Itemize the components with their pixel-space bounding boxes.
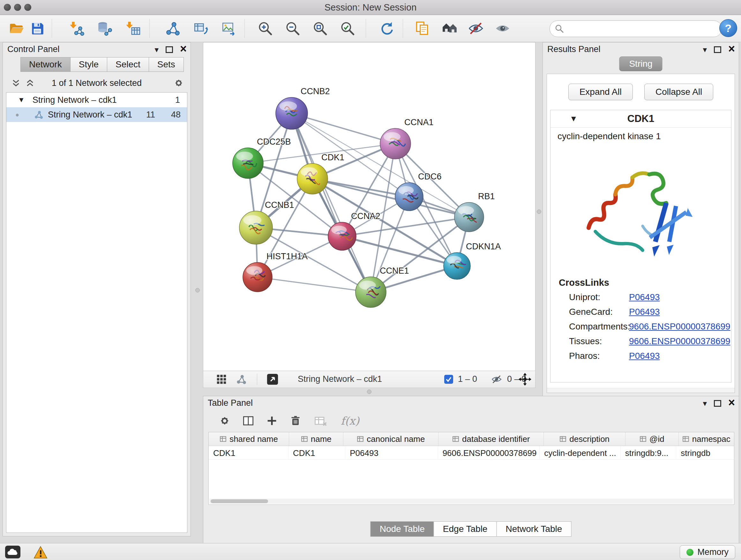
tab-edge-table[interactable]: Edge Table <box>434 521 497 537</box>
scrollbar-thumb[interactable] <box>211 499 268 503</box>
delete-column-button[interactable] <box>287 412 304 429</box>
network-node-CDK1[interactable]: CDK1 <box>297 152 344 194</box>
tab-select[interactable]: Select <box>107 57 149 72</box>
bottom-splitter-handle[interactable] <box>367 389 372 394</box>
tree-disclosure-icon[interactable]: ▼ <box>18 96 25 104</box>
import-network-from-database-button[interactable] <box>95 19 114 38</box>
network-view-mode-button[interactable] <box>236 374 247 385</box>
table-panel-close-icon[interactable]: × <box>728 397 735 408</box>
gene-section-header[interactable]: ▼ CDK1 <box>550 110 731 128</box>
string-home-button[interactable] <box>441 19 459 38</box>
zoom-fit-button[interactable] <box>311 19 329 38</box>
network-view-canvas[interactable]: CCNB2CCNA1CDC25BCDK1CDC6RB1CCNB1CCNA2CDK… <box>203 42 536 371</box>
copy-documents-button[interactable] <box>413 19 431 38</box>
tab-node-table[interactable]: Node Table <box>370 521 434 537</box>
results-panel-close-icon[interactable]: × <box>728 43 735 55</box>
help-button[interactable]: ? <box>719 19 737 37</box>
network-node-CDKN1A[interactable]: CDKN1A <box>444 242 501 279</box>
cell-namespace: stringdb <box>676 446 734 459</box>
save-session-button[interactable] <box>28 19 47 38</box>
network-collection-row[interactable]: ▼ String Network – cdk1 1 <box>6 92 187 107</box>
crosslink-genecard-link[interactable]: P06493 <box>629 307 660 317</box>
results-panel-float-icon[interactable] <box>714 46 721 53</box>
nodes-selected-checkbox[interactable] <box>444 374 454 384</box>
crosslink-uniprot-link[interactable]: P06493 <box>629 292 660 302</box>
hidden-elements-button[interactable] <box>491 374 502 385</box>
warnings-button[interactable] <box>33 546 48 559</box>
column-header-canonical-name[interactable]: canonical name <box>343 432 439 446</box>
zoom-in-button[interactable] <box>256 19 274 38</box>
hide-unhide-button[interactable] <box>467 19 485 38</box>
column-header-description[interactable]: description <box>544 432 625 446</box>
column-header-database-identifier[interactable]: database identifier <box>439 432 544 446</box>
network-node-CCNB2[interactable]: CCNB2 <box>276 86 330 129</box>
network-edge-HIST1H1A-CCNE1[interactable] <box>258 277 371 292</box>
network-options-gear-icon[interactable] <box>173 77 185 89</box>
pan-tool-button[interactable] <box>519 373 531 386</box>
cloud-services-button[interactable] <box>5 546 20 558</box>
column-type-icon <box>682 435 689 442</box>
expand-all-button[interactable]: Expand All <box>568 84 633 100</box>
network-node-RB1[interactable]: RB1 <box>455 192 495 232</box>
import-network-from-file-button[interactable] <box>68 19 86 38</box>
column-header-id[interactable]: @id <box>625 432 678 446</box>
table-row[interactable]: CDK1 CDK1 P06493 9606.ENSP00000378699 cy… <box>209 446 734 460</box>
network-edge-CCNB2-CCNA1[interactable] <box>292 113 395 144</box>
node-label-CDKN1A: CDKN1A <box>466 242 501 251</box>
table-horizontal-scrollbar[interactable] <box>209 499 733 504</box>
left-splitter-handle[interactable] <box>195 288 200 293</box>
crosslink-row: GeneCard: P06493 <box>550 307 731 321</box>
export-image-button[interactable] <box>219 19 238 38</box>
cloud-icon <box>5 546 20 558</box>
collapse-all-button[interactable]: Collapse All <box>644 84 713 100</box>
tab-string[interactable]: String <box>619 57 662 71</box>
control-panel-float-icon[interactable] <box>165 46 173 53</box>
table-panel-menu-caret-icon[interactable]: ▾ <box>703 399 707 408</box>
open-session-button[interactable] <box>7 19 25 38</box>
tab-sets[interactable]: Sets <box>149 57 184 72</box>
crosslink-pharos-link[interactable]: P06493 <box>629 351 660 361</box>
create-column-button[interactable] <box>263 412 280 429</box>
column-header-shared-name[interactable]: shared name <box>209 432 289 446</box>
control-panel-menu-caret-icon[interactable]: ▾ <box>154 46 158 54</box>
network-node-HIST1H1A[interactable]: HIST1H1A <box>243 252 308 292</box>
show-columns-button[interactable] <box>240 412 257 429</box>
crosslink-label: Tissues: <box>569 336 602 347</box>
zoom-selected-button[interactable] <box>338 19 357 38</box>
new-network-button[interactable] <box>163 19 182 38</box>
grid-view-button[interactable] <box>216 374 227 385</box>
show-graphics-button[interactable] <box>493 19 512 38</box>
right-splitter-handle[interactable] <box>537 209 541 214</box>
zoom-out-button[interactable] <box>283 19 302 38</box>
birdseye-view-button[interactable] <box>266 373 279 385</box>
tab-style[interactable]: Style <box>70 57 107 72</box>
results-panel-menu-caret-icon[interactable]: ▾ <box>703 46 707 54</box>
crosslink-compartments-link[interactable]: 9606.ENSP00000378699 <box>629 321 731 332</box>
table-options-button[interactable] <box>216 412 233 429</box>
import-table-from-file-button[interactable] <box>124 19 142 38</box>
table-panel-float-icon[interactable] <box>714 400 721 407</box>
network-edge-CDK1-RB1[interactable] <box>313 179 469 217</box>
network-row-selected[interactable]: ● String Network – cdk1 11 48 <box>6 107 187 122</box>
network-node-CCNB1[interactable]: CCNB1 <box>239 200 294 244</box>
network-node-CCNE1[interactable]: CCNE1 <box>355 266 409 307</box>
tab-network[interactable]: Network <box>20 57 71 72</box>
column-header-namespace[interactable]: namespac <box>679 432 734 446</box>
node-label-CCNA2: CCNA2 <box>351 211 381 221</box>
node-label-RB1: RB1 <box>478 192 495 201</box>
network-edge-CCNB2-CCNE1[interactable] <box>292 113 371 292</box>
crosslink-tissues-link[interactable]: 9606.ENSP00000378699 <box>629 336 731 347</box>
search-input[interactable] <box>567 23 717 34</box>
network-from-table-button[interactable] <box>192 19 210 38</box>
apply-layout-button[interactable] <box>377 19 396 38</box>
network-node-CCNA1[interactable]: CCNA1 <box>380 118 434 159</box>
column-header-name[interactable]: name <box>289 432 343 446</box>
results-panel: Results Panel ▾ × String Expand All Coll… <box>542 42 739 396</box>
control-panel-close-icon[interactable]: × <box>180 43 187 55</box>
tab-network-table[interactable]: Network Table <box>496 521 571 537</box>
current-network-name: String Network – cdk1 <box>298 374 382 384</box>
network-graph[interactable]: CCNB2CCNA1CDC25BCDK1CDC6RB1CCNB1CCNA2CDK… <box>203 43 535 371</box>
memory-button[interactable]: Memory <box>680 545 735 559</box>
function-builder-button[interactable]: f(x) <box>336 412 364 429</box>
results-scrollbar[interactable] <box>547 388 735 393</box>
